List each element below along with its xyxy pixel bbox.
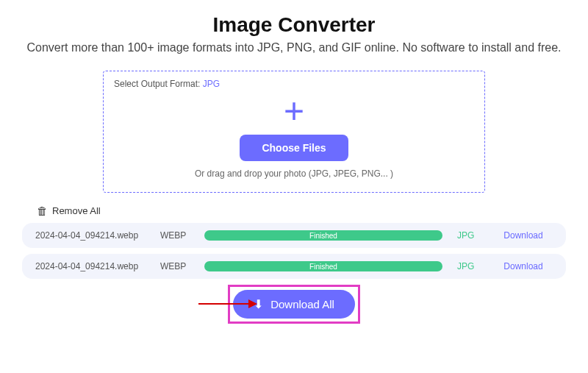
plus-icon: + bbox=[114, 93, 474, 129]
output-format-row: Select Output Format: JPG bbox=[114, 79, 474, 89]
file-source-format: WEBP bbox=[160, 261, 204, 271]
progress-bar: Finished bbox=[204, 230, 442, 241]
file-list: 2024-04-04_094214.webp WEBP Finished JPG… bbox=[15, 223, 573, 279]
choose-files-button[interactable]: Choose Files bbox=[240, 135, 348, 161]
file-target-format: JPG bbox=[457, 230, 494, 241]
upload-dropzone[interactable]: Select Output Format: JPG + Choose Files… bbox=[103, 71, 485, 193]
file-row: 2024-04-04_094214.webp WEBP Finished JPG… bbox=[22, 223, 566, 248]
download-link[interactable]: Download bbox=[494, 261, 553, 271]
file-name: 2024-04-04_094214.webp bbox=[35, 261, 160, 271]
progress-status: Finished bbox=[309, 263, 337, 271]
download-link[interactable]: Download bbox=[494, 230, 553, 241]
remove-all-button[interactable]: 🗑 Remove All bbox=[37, 205, 573, 217]
file-target-format: JPG bbox=[457, 261, 494, 271]
output-format-label: Select Output Format: bbox=[114, 79, 200, 89]
svg-marker-1 bbox=[248, 299, 257, 308]
annotation-arrow bbox=[198, 296, 257, 311]
trash-icon: 🗑 bbox=[37, 205, 48, 217]
file-row: 2024-04-04_094214.webp WEBP Finished JPG… bbox=[22, 254, 566, 279]
file-name: 2024-04-04_094214.webp bbox=[35, 230, 160, 241]
page-subtitle: Convert more than 100+ image formats int… bbox=[15, 41, 573, 54]
remove-all-label: Remove All bbox=[52, 205, 101, 216]
progress-bar: Finished bbox=[204, 261, 442, 271]
download-all-label: Download All bbox=[270, 298, 334, 310]
output-format-value[interactable]: JPG bbox=[203, 79, 220, 89]
file-source-format: WEBP bbox=[160, 230, 204, 241]
progress-status: Finished bbox=[309, 232, 337, 240]
drag-hint: Or drag and drop your photo (JPG, JPEG, … bbox=[114, 168, 474, 179]
page-title: Image Converter bbox=[15, 13, 573, 37]
